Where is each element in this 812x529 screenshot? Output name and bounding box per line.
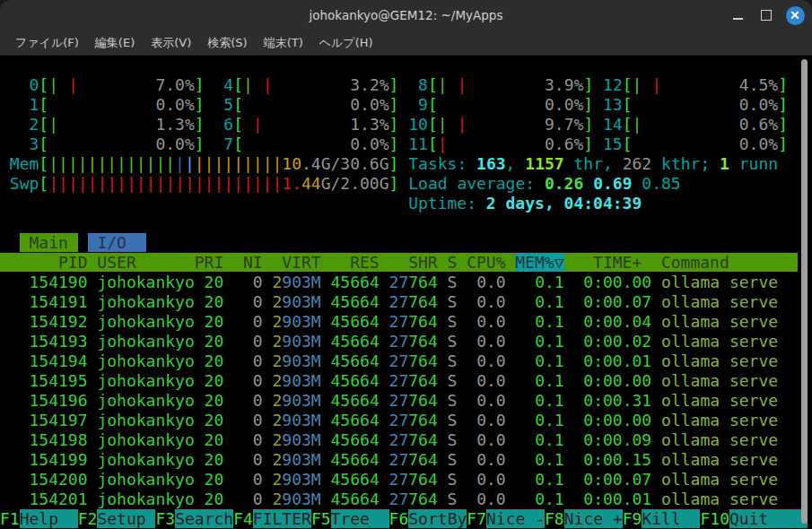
cpu-meter-13: 13[ 0.0%] [593, 95, 788, 114]
menubar: ファイル(F)編集(E)表示(V)検索(S)端末(T)ヘルプ(H) [0, 30, 812, 56]
process-row[interactable]: 154192 johokankyo 20 0 2903M 45664 27764… [0, 312, 812, 332]
minimize-icon [733, 18, 743, 20]
table-header: PID USER PRI NI VIRT RES SHR S CPU% MEM%… [0, 253, 812, 273]
process-row[interactable]: 154191 johokankyo 20 0 2903M 45664 27764… [0, 292, 812, 312]
swap-meter: Swp[||||||||||||||||||||||||1.44G/2.00G] [10, 174, 399, 193]
process-row[interactable]: 154200 johokankyo 20 0 2903M 45664 27764… [0, 470, 812, 490]
process-row[interactable]: 154190 johokankyo 20 0 2903M 45664 27764… [0, 273, 812, 292]
cpu-meter-9: 9[ 0.0%] [398, 95, 593, 114]
cpu-meters-row: 1[ 0.0%] 5[ 0.0%] 9[ 0.0%] 13[ 0.0%] [0, 95, 812, 115]
cpu-meters-row: 3[ 0.0%] 7[ 0.0%] 11[| 0.6%] 15[ 0.0%] [0, 134, 812, 154]
uptime-row: Uptime: 2 days, 04:04:39 [0, 194, 812, 213]
tab-io[interactable]: I/O [88, 233, 146, 252]
cpu-meters-row: 2[| 1.3%] 6[ | 1.3%] 10[| | 9.7%] 14[| 0… [0, 115, 812, 134]
cpu-meter-10: 10[| | 9.7%] [398, 115, 593, 134]
process-row[interactable]: 154197 johokankyo 20 0 2903M 45664 27764… [0, 411, 812, 430]
cpu-meter-6: 6[ | 1.3%] [205, 115, 399, 134]
process-row[interactable]: 154201 johokankyo 20 0 2903M 45664 27764… [0, 490, 812, 509]
uptime: Uptime: 2 days, 04:04:39 [408, 194, 642, 212]
menu-item-3[interactable]: 検索(S) [201, 33, 253, 53]
minimize-button[interactable] [728, 5, 747, 25]
cpu-meter-14: 14[| 0.6%] [593, 115, 788, 134]
menu-item-0[interactable]: ファイル(F) [9, 33, 85, 53]
cpu-meter-11: 11[| 0.6%] [398, 134, 593, 153]
cpu-meter-12: 12[| | 4.5%] [593, 75, 788, 94]
memory-meter: Mem[||||||||||||||||||||||||10.4G/30.6G] [10, 154, 399, 173]
swap-load-row: Swp[||||||||||||||||||||||||1.44G/2.00G]… [0, 174, 812, 194]
cpu-meter-8: 8[| | 3.9%] [398, 75, 593, 94]
process-row[interactable]: 154194 johokankyo 20 0 2903M 45664 27764… [0, 351, 812, 371]
fkey-f7[interactable]: F7Nice - [467, 509, 545, 528]
scrollbar[interactable] [801, 59, 808, 524]
blank-line [0, 213, 812, 233]
maximize-icon [761, 10, 772, 21]
process-row[interactable]: 154196 johokankyo 20 0 2903M 45664 27764… [0, 391, 812, 411]
window-title: johokankyo@GEM12: ~/MyApps [0, 8, 812, 22]
process-row[interactable]: 154193 johokankyo 20 0 2903M 45664 27764… [0, 332, 812, 351]
fkey-f9[interactable]: F9Kill [623, 509, 701, 528]
cpu-meter-1: 1[ 0.0%] [10, 95, 205, 114]
column-headers[interactable]: PID USER PRI NI VIRT RES SHR S CPU% MEM%… [0, 253, 798, 272]
fkey-f2[interactable]: F2Setup [78, 509, 156, 528]
memory-tasks-row: Mem[||||||||||||||||||||||||10.4G/30.6G]… [0, 154, 812, 174]
process-row[interactable]: 154198 johokankyo 20 0 2903M 45664 27764… [0, 430, 812, 450]
blank-line [0, 56, 812, 75]
fkey-f10[interactable]: F10Quit [700, 509, 788, 528]
cpu-meter-2: 2[| 1.3%] [10, 115, 205, 134]
fkey-f4[interactable]: F4FILTER [233, 509, 311, 528]
cpu-meter-4: 4[| | 3.2%] [205, 75, 399, 94]
cpu-meters-row: 0[| | 7.0%] 4[| | 3.2%] 8[| | 3.9%] 12[|… [0, 75, 812, 95]
fkey-f5[interactable]: F5Tree [311, 509, 389, 528]
menu-item-2[interactable]: 表示(V) [144, 33, 197, 53]
maximize-button[interactable] [756, 5, 776, 25]
cpu-meter-7: 7[ 0.0%] [205, 134, 399, 153]
fkey-f3[interactable]: F3Search [155, 509, 233, 528]
htop-screen: 0[| | 7.0%] 4[| | 3.2%] 8[| | 3.9%] 12[|… [0, 56, 812, 529]
process-row[interactable]: 154195 johokankyo 20 0 2903M 45664 27764… [0, 371, 812, 391]
cpu-meter-0: 0[| | 7.0%] [10, 75, 205, 94]
terminal-window: johokankyo@GEM12: ~/MyApps ファイル(F)編集(E)表… [0, 0, 812, 529]
cpu-meter-15: 15[ 0.0%] [593, 134, 788, 153]
menu-item-5[interactable]: ヘルプ(H) [313, 33, 380, 53]
fkey-f1[interactable]: F1Help [0, 509, 78, 528]
close-icon [786, 6, 805, 25]
fkey-f6[interactable]: F6SortBy [389, 509, 467, 528]
tab-main[interactable]: Main [20, 233, 78, 252]
function-key-bar: F1Help F2Setup F3SearchF4FILTERF5Tree F6… [0, 509, 812, 529]
close-button[interactable] [785, 5, 805, 25]
load-average: Load average: 0.26 0.69 0.85 [408, 174, 680, 193]
tasks-summary: Tasks: 163, 1157 thr, 262 kthr; 1 runn [408, 154, 778, 173]
sort-column-mem[interactable]: MEM%▽ [515, 253, 563, 272]
screen-tabs: Main I/O [0, 233, 812, 253]
fkey-f8[interactable]: F8Nice + [545, 509, 623, 528]
cpu-meter-5: 5[ 0.0%] [205, 95, 399, 114]
cpu-meter-3: 3[ 0.0%] [10, 134, 205, 153]
process-row[interactable]: 154199 johokankyo 20 0 2903M 45664 27764… [0, 450, 812, 470]
menu-item-4[interactable]: 端末(T) [258, 33, 310, 53]
titlebar: johokankyo@GEM12: ~/MyApps [0, 0, 812, 30]
window-controls [728, 0, 805, 30]
menu-item-1[interactable]: 編集(E) [89, 33, 141, 53]
